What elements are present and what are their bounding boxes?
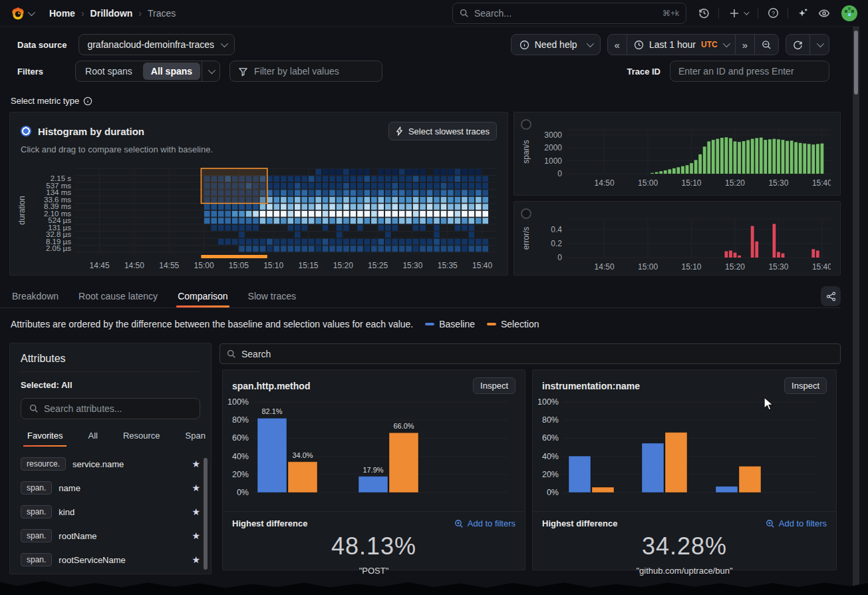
breadcrumb-traces: Traces xyxy=(148,8,176,19)
filter-placeholder: Filter by label values xyxy=(254,66,339,77)
page-scrollbar-thumb[interactable] xyxy=(854,31,858,95)
svg-text:100%: 100% xyxy=(227,397,249,407)
attribute-name: name xyxy=(59,483,80,493)
attr-tab-favorites[interactable]: Favorites xyxy=(21,425,69,447)
time-zoom-out-button[interactable] xyxy=(755,35,778,55)
eye-icon[interactable] xyxy=(813,3,835,24)
svg-text:0.4: 0.4 xyxy=(551,225,562,234)
svg-text:15:10: 15:10 xyxy=(263,261,283,270)
filter-by-label-input[interactable]: Filter by label values xyxy=(229,61,382,82)
attr-tab-resource[interactable]: Resource xyxy=(116,425,167,447)
time-shift-forward-button[interactable]: » xyxy=(736,35,755,55)
spans-rate-chart[interactable]: 300020001000014:5015:0015:1015:2015:3015… xyxy=(518,114,831,188)
breadcrumb-drilldown[interactable]: Drilldown xyxy=(90,8,133,19)
comparison-search-input[interactable]: Search xyxy=(219,343,841,364)
histogram-panel-title: Histogram by duration xyxy=(38,126,144,137)
attributes-search-input[interactable]: Search attributes... xyxy=(21,398,200,419)
trace-id-placeholder: Enter an ID and press Enter xyxy=(678,66,794,77)
instrumentation-name-chart[interactable]: 100%80%60%40%20%0% xyxy=(533,395,836,510)
inspect-button[interactable]: Inspect xyxy=(784,377,827,394)
attribute-name: rootName xyxy=(59,531,96,541)
user-avatar[interactable] xyxy=(841,5,857,21)
star-icon[interactable]: ★ xyxy=(192,483,200,493)
search-plus-icon xyxy=(766,519,775,528)
new-menu-button[interactable] xyxy=(723,3,754,24)
info-circle-icon[interactable] xyxy=(83,97,92,106)
add-to-filters-link[interactable]: Add to filters xyxy=(766,518,827,528)
refresh-button[interactable] xyxy=(786,35,810,55)
star-icon[interactable]: ★ xyxy=(192,554,200,565)
data-source-select[interactable]: grafanacloud-demoinfra-traces xyxy=(78,34,235,55)
time-range-button[interactable]: Last 1 hour UTC xyxy=(627,35,736,55)
svg-text:15:40: 15:40 xyxy=(472,261,492,270)
svg-text:15:00: 15:00 xyxy=(638,262,658,272)
scope-badge: span. xyxy=(21,529,52,542)
svg-text:20%: 20% xyxy=(542,470,559,479)
scope-badge: span. xyxy=(21,553,52,566)
inspect-button[interactable]: Inspect xyxy=(473,377,515,394)
highest-difference-label: Highest difference xyxy=(542,518,617,528)
select-slowest-traces-button[interactable]: Select slowest traces xyxy=(388,122,497,140)
grafana-logo-icon[interactable] xyxy=(11,6,25,21)
attr-tab-all[interactable]: All xyxy=(81,425,104,447)
need-help-button[interactable]: Need help xyxy=(511,34,601,55)
histogram-radio-selected[interactable] xyxy=(21,126,31,136)
share-icon xyxy=(826,292,836,301)
tab-breakdown[interactable]: Breakdown xyxy=(11,287,60,307)
search-icon xyxy=(460,9,469,18)
breadcrumb-home[interactable]: Home xyxy=(49,8,75,19)
attribute-name: kind xyxy=(59,507,74,517)
svg-text:15:00: 15:00 xyxy=(638,178,658,188)
spans-rate-panel: 300020001000014:5015:0015:1015:2015:3015… xyxy=(513,112,841,196)
http-method-chart[interactable]: 100%80%60%40%20%0%82.1%34.0%17.9%66.0% xyxy=(223,395,525,510)
svg-text:?: ? xyxy=(771,10,774,17)
scope-option-all-spans[interactable]: All spans xyxy=(143,63,200,80)
history-icon[interactable] xyxy=(693,3,714,24)
help-icon[interactable]: ? xyxy=(762,3,784,24)
scope-badge: span. xyxy=(21,505,52,518)
attr-tab-span[interactable]: Span xyxy=(179,425,212,447)
attributes-scrollbar-thumb[interactable] xyxy=(204,458,208,570)
attribute-name: service.name xyxy=(72,459,124,469)
star-icon[interactable]: ★ xyxy=(192,530,200,541)
filter-funnel-icon xyxy=(238,67,248,77)
svg-text:15:10: 15:10 xyxy=(682,178,702,188)
tab-slow-traces[interactable]: Slow traces xyxy=(247,287,297,307)
bolt-icon xyxy=(396,126,404,136)
add-to-filters-link[interactable]: Add to filters xyxy=(454,518,515,528)
duration-heatmap-chart[interactable]: 14:4514:5014:5515:0015:0515:1015:1515:20… xyxy=(14,164,509,271)
chevron-down-icon xyxy=(744,9,749,15)
ai-sparkles-icon[interactable] xyxy=(792,3,813,24)
svg-text:3000: 3000 xyxy=(544,130,562,140)
time-shift-back-button[interactable]: « xyxy=(608,35,627,55)
svg-text:80%: 80% xyxy=(542,415,559,425)
attribute-row-root-name[interactable]: span. rootName ★ xyxy=(21,524,200,548)
breadcrumb-separator: › xyxy=(81,8,84,19)
refresh-interval-button[interactable] xyxy=(810,35,829,55)
tab-comparison[interactable]: Comparison xyxy=(176,287,229,307)
attribute-row-service-name[interactable]: resource. service.name ★ xyxy=(21,452,200,476)
global-search-input[interactable]: Search... ⌘+k xyxy=(452,3,686,24)
share-button[interactable] xyxy=(821,286,841,306)
svg-text:0%: 0% xyxy=(547,488,559,497)
divider xyxy=(788,8,788,19)
org-switcher-chevron-icon[interactable] xyxy=(28,8,35,15)
scope-option-root-spans[interactable]: Root spans xyxy=(76,61,142,81)
star-icon[interactable]: ★ xyxy=(192,459,200,469)
attribute-row-root-service-name[interactable]: span. rootServiceName ★ xyxy=(21,548,200,572)
comparison-description-row: Attributes are ordered by the difference… xyxy=(11,319,835,329)
tab-root-cause-latency[interactable]: Root cause latency xyxy=(77,287,159,307)
trace-id-input[interactable]: Enter an ID and press Enter xyxy=(670,61,829,82)
star-icon[interactable]: ★ xyxy=(192,506,200,517)
attribute-row-name[interactable]: span. name ★ xyxy=(21,476,200,500)
scope-dropdown-chevron[interactable] xyxy=(202,61,219,81)
page-scrollbar-track[interactable] xyxy=(853,27,859,595)
svg-text:15:35: 15:35 xyxy=(438,261,458,270)
svg-text:15:30: 15:30 xyxy=(402,261,422,270)
refresh-group xyxy=(786,34,829,55)
svg-text:0: 0 xyxy=(557,253,562,262)
chevron-down-icon xyxy=(586,40,593,47)
attribute-row-kind[interactable]: span. kind ★ xyxy=(21,500,200,524)
errors-rate-chart[interactable]: 0.40.2014:5015:0015:1015:2015:3015:40err… xyxy=(518,203,831,272)
zoom-out-icon xyxy=(762,40,772,50)
